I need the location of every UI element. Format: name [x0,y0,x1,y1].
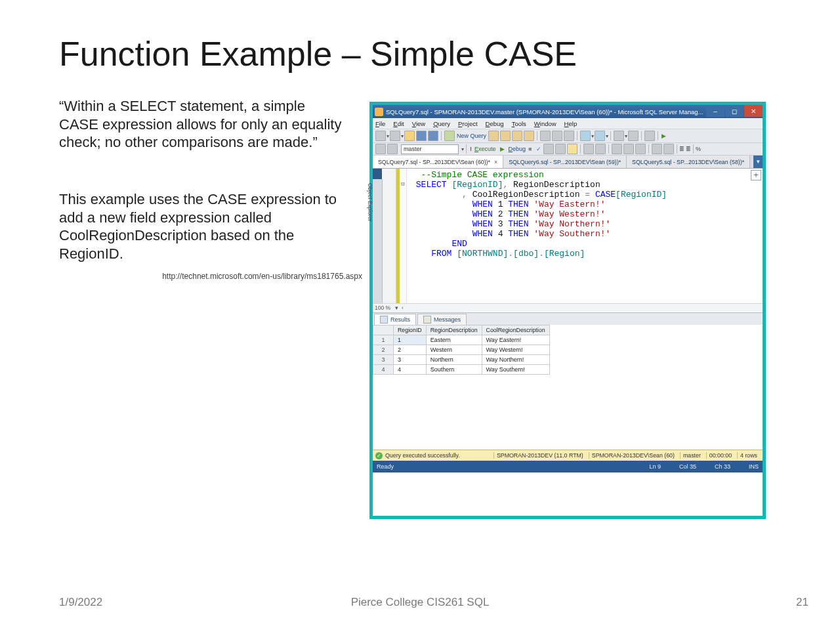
status-ready: Ready [377,463,394,470]
split-editor-icon[interactable]: ＋ [751,170,761,180]
menu-debug[interactable]: Debug [486,120,504,127]
query-status-bar: ✓ Query executed successfully. SPMORAN-2… [373,450,763,461]
copy-icon[interactable] [552,131,562,141]
results-tabstrip: Results Messages [373,312,763,325]
editor-status-bar: Ready Ln 9 Col 35 Ch 33 INS [373,461,763,472]
app-icon [375,108,383,116]
toolbar-icon[interactable] [663,144,674,154]
new-query-icon[interactable] [444,131,455,141]
slide-title: Function Example – Simple CASE [59,34,577,74]
editor-tabstrip: SQLQuery7.sql - SP...2013DEV\Sean (60))*… [373,156,763,169]
paste-icon[interactable] [564,131,574,141]
grid-icon [380,316,388,324]
toolbar-icon[interactable] [543,144,554,154]
editor-tab[interactable]: SQLQuery5.sql - SP...2013DEV\Sean (58))* [627,156,750,168]
toolbar-icon[interactable] [567,144,578,154]
minimize-button[interactable]: – [706,105,724,117]
toolbar-icon[interactable] [375,144,386,154]
toolbar-icon[interactable] [644,131,655,141]
toolbar-icon[interactable] [524,131,534,141]
results-grid[interactable]: RegionIDRegionDescriptionCoolRegionDescr… [373,325,763,450]
toolbar-icon[interactable] [555,144,566,154]
window-title-text: SQLQuery7.sql - SPMORAN-2013DEV.master (… [386,108,703,116]
cut-icon[interactable] [540,131,551,141]
toolbar-icon[interactable] [390,131,400,141]
menu-window[interactable]: Window [534,120,556,127]
query-status-text: Query executed successfully. [385,452,460,459]
toolbar-icon[interactable] [488,131,499,141]
tabstrip-menu-icon[interactable]: ▾ [753,156,763,168]
toolbar-icon[interactable] [583,144,594,154]
new-query-button[interactable]: New Query [457,133,486,139]
success-icon: ✓ [375,452,383,459]
save-icon[interactable] [416,131,427,141]
execute-button[interactable]: Execute [474,146,496,152]
menu-query[interactable]: Query [433,120,450,127]
status-ins: INS [749,463,759,470]
toolbar-icon[interactable] [500,131,511,141]
toolbar-icon[interactable] [623,144,634,154]
sidebar-pin-icon[interactable] [373,169,382,179]
toolbar-icon[interactable] [628,131,639,141]
maximize-button[interactable]: ◻ [725,105,744,117]
editor-tab[interactable]: SQLQuery6.sql - SP...2013DEV\Sean (59))* [503,156,627,168]
ssms-window: SQLQuery7.sql - SPMORAN-2013DEV.master (… [369,102,766,519]
window-titlebar[interactable]: SQLQuery7.sql - SPMORAN-2013DEV.master (… [373,105,763,118]
toolbar-icon[interactable] [652,144,662,154]
menu-edit[interactable]: Edit [393,120,404,127]
status-line: Ln 9 [649,463,661,470]
redo-icon[interactable] [595,131,605,141]
zoom-indicator[interactable]: 100 % ▾ ‹ [373,303,763,312]
citation-link: http://technet.microsoft.com/en-us/libra… [59,272,362,281]
menu-view[interactable]: View [412,120,425,127]
editor-tab[interactable]: SQLQuery7.sql - SP...2013DEV\Sean (60))*… [373,156,503,168]
menu-file[interactable]: File [375,120,385,127]
undo-icon[interactable] [580,131,591,141]
menu-tools[interactable]: Tools [512,120,526,127]
toolbar-icon[interactable] [595,144,606,154]
messages-tab[interactable]: Messages [417,314,467,325]
footer-page-number: 21 [796,596,808,609]
status-ch: Ch 33 [715,463,730,470]
menu-help[interactable]: Help [564,120,578,127]
menu-bar: File Edit View Query Project Debug Tools… [373,118,763,129]
close-tab-icon[interactable]: × [494,159,497,165]
toolbar-icon[interactable] [614,131,624,141]
toolbar-icon[interactable] [387,144,398,154]
debug-button[interactable]: Debug [509,146,526,152]
results-tab[interactable]: Results [374,314,416,325]
menu-project[interactable]: Project [458,120,478,127]
toolbar-icon[interactable] [375,131,386,141]
toolbar-main: ▾ ▾ New Query ▾ ▾ ▾ [373,129,763,143]
toolbar-icon[interactable] [635,144,646,154]
toolbar-icon[interactable] [612,144,622,154]
object-explorer-tab[interactable]: Object Explorer [373,179,383,303]
messages-icon [423,316,431,324]
status-col: Col 35 [679,463,696,470]
close-button[interactable]: ✕ [744,105,763,117]
toolbar-icon[interactable] [512,131,522,141]
open-icon[interactable] [404,131,415,141]
slide-description: This example uses the CASE expression to… [59,190,361,262]
save-all-icon[interactable] [428,131,438,141]
slide-quote: “Within a SELECT statement, a simple CAS… [59,97,343,152]
database-selector[interactable]: master [401,144,459,154]
sql-editor[interactable]: ⊟ --Simple CASE expression SELECT [Regio… [383,169,763,303]
toolbar-sql: master ▾ ! Execute ▶ Debug ■ ✓ ≣ ≣ [373,143,763,156]
footer-center: Pierce College CIS261 SQL [0,596,840,609]
